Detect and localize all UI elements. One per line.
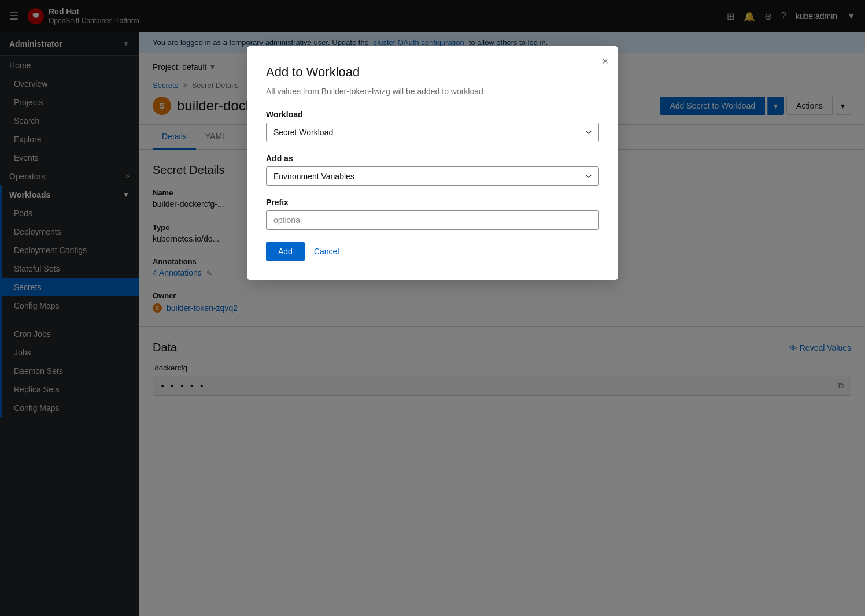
workload-select[interactable]: Secret Workload xyxy=(266,123,599,142)
add-button[interactable]: Add xyxy=(266,242,305,261)
workload-form-group: Workload Secret Workload xyxy=(266,110,599,142)
modal-subtitle: All values from Builder-token-fwizg will… xyxy=(266,87,599,96)
modal-dialog: × Add to Workload All values from Builde… xyxy=(247,46,618,280)
cancel-button[interactable]: Cancel xyxy=(312,242,342,261)
modal-actions: Add Cancel xyxy=(266,242,599,261)
workload-label: Workload xyxy=(266,110,599,119)
add-as-form-group: Add as Environment Variables xyxy=(266,154,599,186)
prefix-label: Prefix xyxy=(266,198,599,207)
prefix-form-group: Prefix xyxy=(266,198,599,230)
add-as-label: Add as xyxy=(266,154,599,163)
modal-title: Add to Workload xyxy=(266,65,599,80)
modal-overlay: × Add to Workload All values from Builde… xyxy=(0,0,865,616)
add-as-select[interactable]: Environment Variables xyxy=(266,166,599,186)
prefix-input[interactable] xyxy=(266,210,599,230)
modal-close-button[interactable]: × xyxy=(602,55,608,68)
